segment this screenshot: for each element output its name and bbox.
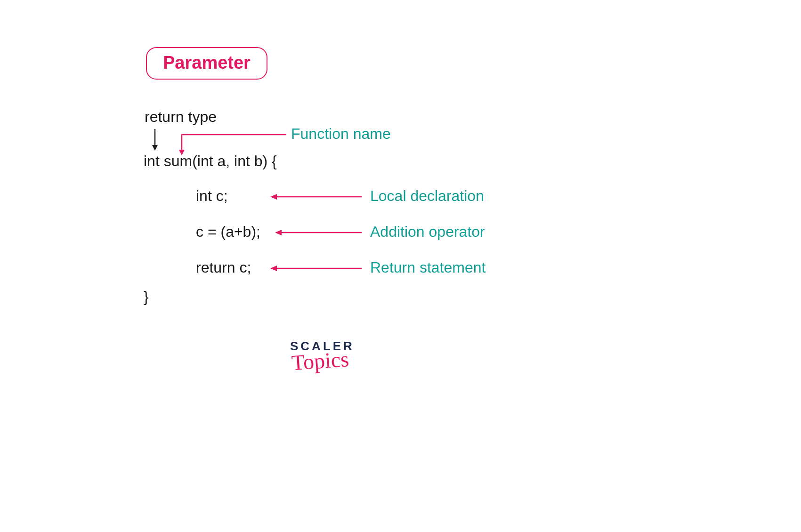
arrow-return-type [149,128,161,152]
svg-marker-8 [270,266,277,271]
annotation-local-declaration: Local declaration [370,187,484,205]
logo-text-topics: Topics [291,351,349,372]
code-local-declaration: int c; [196,187,228,205]
parameter-box: Parameter [146,47,267,80]
arrow-local-declaration [269,193,362,201]
svg-marker-4 [270,194,277,200]
code-close-brace: } [144,288,149,306]
code-addition: c = (a+b); [196,223,260,241]
arrow-addition [274,229,362,236]
svg-marker-6 [275,230,282,235]
return-type-label: return type [145,108,217,126]
svg-marker-2 [179,150,185,155]
annotation-addition: Addition operator [370,223,485,241]
arrow-return [269,265,362,272]
arrow-function-name [175,133,286,156]
svg-marker-1 [152,145,158,151]
code-return: return c; [196,259,251,276]
scaler-topics-logo: SCALER Topics [290,339,355,370]
annotation-function-name: Function name [291,125,391,143]
annotation-return: Return statement [370,259,485,276]
